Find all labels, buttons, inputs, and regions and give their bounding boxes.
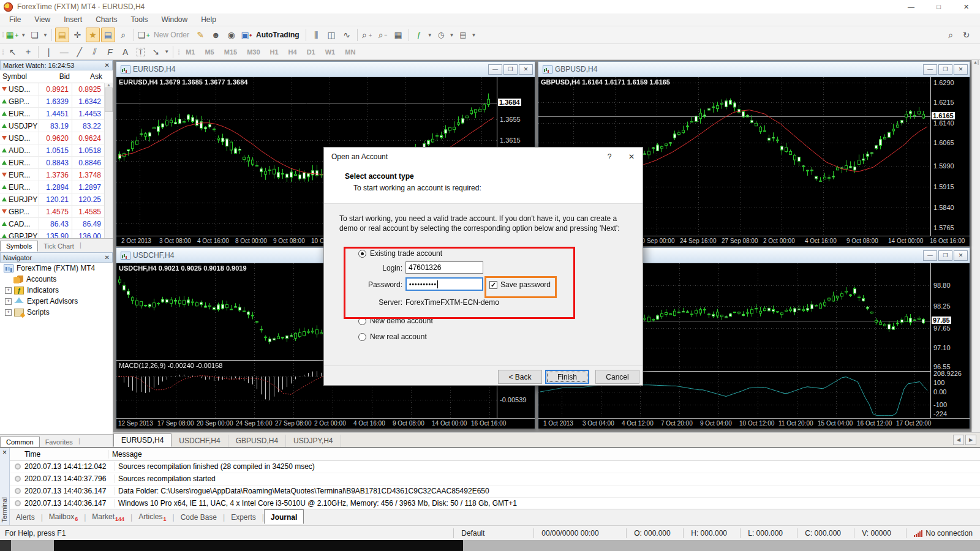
expand-plus-icon[interactable]: + [5,287,12,294]
navigator-tab-common[interactable]: Common [0,437,40,448]
market-watch-tab-symbols[interactable]: Symbols [0,241,38,252]
templates-button[interactable]: ▤ [456,28,470,42]
period-button-m30[interactable]: M30 [242,47,265,58]
scroll-right-icon[interactable]: ▶ [965,435,976,445]
market-watch-header[interactable]: Market Watch: 16:24:53 ✕ [0,60,113,70]
terminal-tab-journal[interactable]: Journal [264,509,304,524]
period-button-m5[interactable]: M5 [200,47,219,58]
strategy-tester-toggle[interactable]: ⌕ [116,28,130,42]
price-axis[interactable]: 98.8098.2597.6597.1096.5597.85208.922610… [930,263,970,419]
chart-minimize-button[interactable]: — [923,64,937,75]
tile-windows-button[interactable]: ▦ [391,28,405,42]
period-button-m15[interactable]: M15 [219,47,242,58]
market-watch-row[interactable]: EUR...1.28941.2897 [0,181,113,193]
search-button[interactable]: ⌕ [944,28,958,42]
period-button-h4[interactable]: H4 [284,47,302,58]
minimize-button[interactable]: — [897,1,925,13]
menu-item-tools[interactable]: Tools [124,14,155,25]
navigator-header[interactable]: Navigator ✕ [0,252,113,263]
period-button-m1[interactable]: M1 [181,47,200,58]
chevron-down-icon[interactable]: ▼ [428,32,432,38]
navigator-item-scripts[interactable]: +Scripts [0,307,113,318]
scroll-left-icon[interactable]: ◀ [953,435,964,445]
chart-tab-eurusd-h4[interactable]: EURUSD,H4 [113,433,172,447]
navigator-root-item[interactable]: ForexTime (FXTM) MT4 [0,263,113,274]
new-order-label[interactable]: New Order [154,31,189,39]
journal-row[interactable]: 2020.07.13 14:40:37.796Sources recompila… [10,473,980,485]
chart-restore-button[interactable]: ❐ [938,64,952,75]
chevron-down-icon[interactable]: ▼ [43,32,48,38]
menu-item-insert[interactable]: Insert [57,14,89,25]
existing-account-option[interactable]: Existing trade account [358,249,442,258]
market-watch-row[interactable]: EUR...1.37361.3748 [0,169,113,181]
chart-restore-button[interactable]: ❐ [503,64,518,75]
new-chart-button[interactable]: ▦＋ [6,28,20,42]
time-axis[interactable]: 12 Sep 201317 Sep 08:0020 Sep 00:0024 Se… [116,418,535,429]
password-input[interactable]: •••••••••• [405,277,483,291]
market-watch-tab-tick-chart[interactable]: Tick Chart [38,241,80,251]
navigator-item-indicators[interactable]: +ƒIndicators [0,285,113,296]
chart-close-button[interactable]: ✕ [954,250,968,261]
close-icon[interactable]: ✕ [0,449,9,455]
navigator-item-expert-advisors[interactable]: +Expert Advisors [0,296,113,307]
chart-tab-gbpusd-h4[interactable]: GBPUSD,H4 [228,435,286,447]
chart-tab-usdjpy-h4[interactable]: USDJPY,H4 [286,435,341,447]
zoom-out-button[interactable]: ⌕− [376,28,390,42]
data-window-toggle[interactable]: ✛ [70,28,85,42]
chart-minimize-button[interactable]: — [488,64,502,75]
market-watch-row[interactable]: USD...0.89210.8925 [0,83,113,96]
navigator-item-accounts[interactable]: Accounts [0,274,113,285]
market-watch-row[interactable]: USD...0.96200.9624 [0,132,113,144]
connection-status[interactable]: No connection [906,528,980,538]
chart-minimize-button[interactable]: — [923,250,937,261]
close-icon[interactable]: ✕ [105,254,110,261]
dialog-close-button[interactable]: ✕ [620,148,643,166]
save-password-checkbox[interactable]: ✓ Save password [489,280,551,289]
column-header-bid[interactable]: Bid [39,72,72,81]
menu-item-charts[interactable]: Charts [89,14,124,25]
back-button[interactable]: < Back [498,370,542,384]
expand-plus-icon[interactable]: + [5,298,12,305]
finish-button[interactable]: Finish [545,370,589,384]
chart-restore-button[interactable]: ❐ [938,250,952,261]
checkbox-checked-icon[interactable]: ✓ [489,281,497,289]
market-watch-toggle[interactable]: ▤ [55,28,69,42]
expand-plus-icon[interactable]: + [5,309,12,316]
menu-item-window[interactable]: Window [155,14,195,25]
market-watch-row[interactable]: GBP...1.63391.6342 [0,96,113,108]
crosshair-button[interactable]: ＋ [21,45,35,59]
fibonacci-button[interactable]: F [103,45,117,59]
metaeditor-button[interactable]: ✎ [194,28,208,42]
time-axis[interactable]: 1 Oct 20133 Oct 04:004 Oct 12:007 Oct 20… [538,418,970,429]
journal-row[interactable]: 2020.07.13 14:41:12.042Sources recompila… [10,460,980,473]
market-watch-scrollbar[interactable]: ▲ [104,83,113,239]
autotrading-label[interactable]: AutoTrading [256,31,300,39]
line-chart-button[interactable]: ∿ [340,28,354,42]
profiles-button[interactable]: ❏ [28,28,42,42]
horizontal-line-button[interactable]: — [57,45,71,59]
trendline-button[interactable]: ╱ [72,45,86,59]
chart-tab-usdchf-h4[interactable]: USDCHF,H4 [172,435,228,447]
arrows-button[interactable]: ➘ [149,45,163,59]
new-real-account-option[interactable]: New real account [358,332,427,341]
autotrading-button[interactable]: ▣● [239,28,254,42]
indicators-button[interactable]: ƒ [412,28,426,42]
market-watch-row[interactable]: GBP...1.45751.4585 [0,206,113,218]
radio-unselected-icon[interactable] [358,333,366,341]
terminal-toggle[interactable]: ▤ [101,28,115,42]
period-button-mn[interactable]: MN [340,47,360,58]
close-icon[interactable]: ✕ [105,62,110,69]
community-button[interactable]: ↻ [959,28,973,42]
navigator-tab-favorites[interactable]: Favorites [40,437,78,447]
text-label-button[interactable]: T [134,45,148,59]
bar-chart-button[interactable]: ⫼ [309,28,323,42]
channel-button[interactable]: ⫽ [88,45,102,59]
column-header-ask[interactable]: Ask [72,72,105,81]
terminal-tab-market[interactable]: Market144 [86,511,130,524]
period-button-w1[interactable]: W1 [320,47,341,58]
login-input[interactable]: 47601326 [405,261,483,274]
zoom-in-button[interactable]: ⌕＋ [361,28,375,42]
chart-window-title-bar[interactable]: EURUSD,H4—❐✕ [116,62,535,77]
chart-close-button[interactable]: ✕ [519,64,533,75]
terminal-tab-articles[interactable]: Articles1 [132,511,172,524]
